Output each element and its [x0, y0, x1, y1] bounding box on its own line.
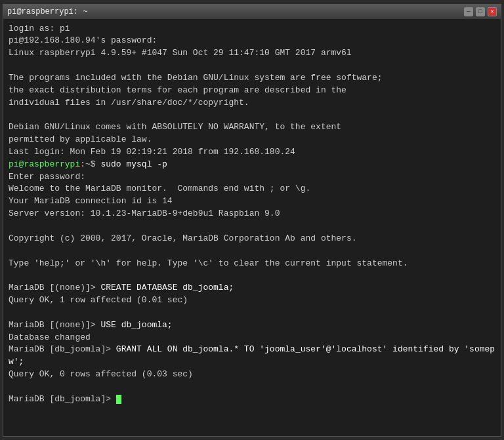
terminal-line: Query OK, 1 row affected (0.01 sec) — [9, 294, 495, 307]
terminal-line: Linux raspberrypi 4.9.59+ #1047 Sun Oct … — [9, 47, 495, 60]
terminal-line: Last login: Mon Feb 19 02:19:21 2018 fro… — [9, 146, 495, 159]
blank-line — [9, 381, 495, 393]
maximize-button[interactable]: □ — [476, 7, 485, 16]
blank-line — [9, 245, 495, 258]
minimize-button[interactable]: ─ — [464, 7, 473, 16]
terminal-line: login as: pi — [9, 23, 495, 35]
terminal-line: Welcome to the MariaDB monitor. Commands… — [9, 183, 495, 195]
mariadb-line: MariaDB [db_joomla]> GRANT ALL ON db_joo… — [9, 344, 495, 369]
mariadb-prompt: MariaDB [db_joomla]> — [9, 394, 116, 404]
window-controls: ─ □ ✕ — [464, 7, 497, 16]
mariadb-prompt: MariaDB [db_joomla]> — [9, 344, 111, 354]
prompt-user: pi@raspberrypi — [9, 159, 80, 169]
terminal-cursor — [116, 395, 121, 404]
terminal-window: pi@raspberrypi: ~ ─ □ ✕ login as: pipi@1… — [3, 4, 501, 437]
terminal-output[interactable]: login as: pipi@192.168.180.94's password… — [3, 19, 501, 436]
terminal-line: Your MariaDB connection id is 14 — [9, 195, 495, 208]
terminal-line: Copyright (c) 2000, 2017, Oracle, MariaD… — [9, 233, 495, 245]
terminal-line: Type 'help;' or '\h' for help. Type '\c'… — [9, 258, 495, 270]
terminal-line: Enter password: — [9, 171, 495, 184]
terminal-line: pi@192.168.180.94's password: — [9, 35, 495, 47]
blank-line — [9, 60, 495, 72]
blank-line — [9, 270, 495, 282]
mariadb-command: USE db_joomla; — [96, 320, 173, 330]
close-button[interactable]: ✕ — [488, 7, 497, 16]
terminal-line: the exact distribution terms for each pr… — [9, 85, 495, 97]
prompt-line: pi@raspberrypi:~$ sudo mysql -p — [9, 159, 495, 171]
blank-line — [9, 307, 495, 319]
terminal-line: individual files in /usr/share/doc/*/cop… — [9, 97, 495, 110]
mariadb-prompt: MariaDB [(none)]> — [9, 283, 96, 292]
mariadb-prompt: MariaDB [(none)]> — [9, 320, 96, 330]
titlebar: pi@raspberrypi: ~ ─ □ ✕ — [3, 5, 501, 19]
terminal-line: Query OK, 0 rows affected (0.03 sec) — [9, 369, 495, 381]
terminal-line: Debian GNU/Linux comes with ABSOLUTELY N… — [9, 121, 495, 134]
terminal-line: The programs included with the Debian GN… — [9, 72, 495, 85]
window-title: pi@raspberrypi: ~ — [7, 7, 87, 16]
blank-line — [9, 220, 495, 233]
mariadb-line: MariaDB [(none)]> CREATE DATABASE db_joo… — [9, 282, 495, 294]
terminal-line: Server version: 10.1.23-MariaDB-9+deb9u1… — [9, 208, 495, 220]
terminal-line: Database changed — [9, 332, 495, 344]
prompt-command: sudo mysql -p — [96, 159, 167, 169]
mariadb-line: MariaDB [(none)]> USE db_joomla; — [9, 319, 495, 332]
blank-line — [9, 109, 495, 121]
mariadb-cursor-line: MariaDB [db_joomla]> — [9, 393, 495, 406]
mariadb-command: CREATE DATABASE db_joomla; — [96, 283, 234, 292]
terminal-line: permitted by applicable law. — [9, 134, 495, 146]
